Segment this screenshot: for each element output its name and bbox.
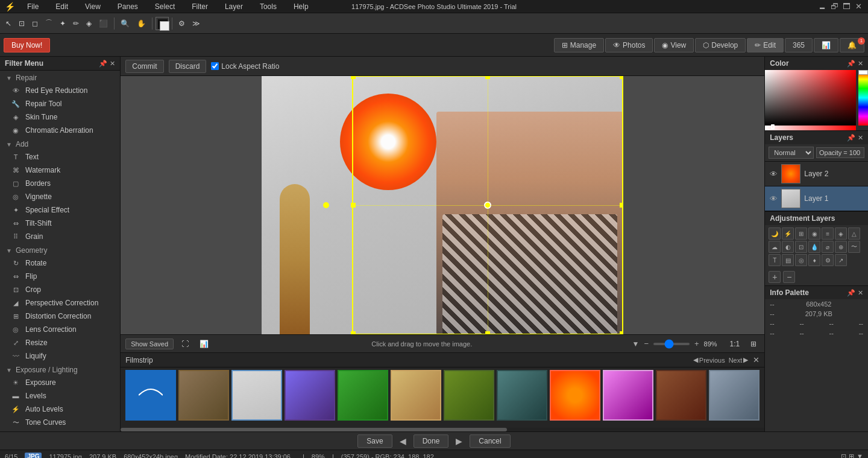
adj-icon-6[interactable]: ◈ <box>835 227 847 240</box>
menu-view[interactable]: View <box>80 1 105 12</box>
filter-skin-tune[interactable]: ◈ Skin Tune <box>0 110 120 124</box>
filter-flip[interactable]: ⇔ Flip <box>0 270 120 283</box>
panel-pin-icon[interactable]: 📌 <box>99 60 107 68</box>
toolbar-crop[interactable]: ⊡ <box>16 17 28 30</box>
lock-aspect-ratio-checkbox[interactable] <box>211 62 219 70</box>
thumb-5[interactable] <box>338 370 388 421</box>
section-geometry[interactable]: ▼ Geometry <box>0 243 120 256</box>
zoom-in-button[interactable]: + <box>694 339 699 348</box>
info-close-icon[interactable]: ✕ <box>858 289 863 297</box>
thumb-1[interactable] <box>125 370 176 421</box>
adj-icon-5[interactable]: ≡ <box>822 227 834 240</box>
prev-image-button[interactable]: ◀ <box>397 435 409 447</box>
menu-tools[interactable]: Tools <box>255 1 281 12</box>
status-icon-3[interactable]: ▼ <box>857 453 863 458</box>
color-gradient-area[interactable] <box>765 70 868 130</box>
adj-icon-4[interactable]: ◉ <box>808 227 820 240</box>
filter-distortion[interactable]: ⊞ Distortion Correction <box>0 310 120 323</box>
filter-crop[interactable]: ⊡ Crop <box>0 283 120 296</box>
toolbar-zoom[interactable]: 🔍 <box>118 17 133 30</box>
adj-icon-16[interactable]: ▤ <box>782 254 794 266</box>
restore-icon[interactable]: 🗗 <box>829 2 839 11</box>
adj-icon-19[interactable]: ⚙ <box>822 254 834 266</box>
filter-tilt-shift[interactable]: ⇔ Tilt-Shift <box>0 217 120 230</box>
fullscreen-button[interactable]: ⛶ <box>178 338 192 350</box>
filter-vignette[interactable]: ◎ Vignette <box>0 190 120 203</box>
histogram-button[interactable]: 📊 <box>197 338 212 350</box>
thumb-12[interactable] <box>709 370 760 421</box>
previous-button[interactable]: ◀ Previous <box>693 356 725 364</box>
stats-button[interactable]: 📊 <box>814 38 838 52</box>
adj-icon-14[interactable]: 〜 <box>848 241 860 253</box>
adj-icon-20[interactable]: ↗ <box>835 254 847 266</box>
toolbar-settings[interactable]: ⚙ <box>175 17 188 30</box>
layer-mode-select[interactable]: Normal <box>769 147 814 159</box>
toolbar-lasso[interactable]: ⌒ <box>42 16 55 30</box>
info-pin-icon[interactable]: 📌 <box>847 289 855 297</box>
crop-handle-ml[interactable] <box>351 203 356 208</box>
adj-icon-18[interactable]: ♦ <box>808 254 820 266</box>
section-add[interactable]: ▼ Add <box>0 137 120 150</box>
filter-lens-correction[interactable]: ◎ Lens Correction <box>0 323 120 336</box>
filter-repair-tool[interactable]: 🔧 Repair Tool <box>0 97 120 110</box>
adj-icon-7[interactable]: △ <box>848 227 860 240</box>
365-button[interactable]: 365 <box>785 38 813 52</box>
menu-layer[interactable]: Layer <box>220 1 248 12</box>
next-image-button[interactable]: ▶ <box>453 435 465 447</box>
thumb-2[interactable] <box>178 370 229 421</box>
toolbar-magic[interactable]: ✦ <box>57 17 69 30</box>
filmstrip-close-icon[interactable]: ✕ <box>753 355 760 364</box>
develop-button[interactable]: ⬡ Develop <box>695 38 746 52</box>
adj-icon-15[interactable]: T <box>769 254 781 266</box>
adj-icon-3[interactable]: ⊞ <box>795 227 807 240</box>
toolbar-fill[interactable]: ⬛ <box>96 17 111 30</box>
status-icon-1[interactable]: ⊡ <box>841 453 846 458</box>
filter-tone-curves[interactable]: 〜 Tone Curves <box>0 416 120 429</box>
section-exposure[interactable]: ▼ Exposure / Lighting <box>0 363 120 376</box>
menu-filter[interactable]: Filter <box>187 1 213 12</box>
adj-icon-13[interactable]: ⊕ <box>835 241 847 253</box>
menu-file[interactable]: File <box>22 1 43 12</box>
lock-aspect-ratio-label[interactable]: Lock Aspect Ratio <box>211 62 279 71</box>
layer-2-visibility-icon[interactable]: 👁 <box>770 170 778 179</box>
hue-cursor-bar[interactable] <box>858 70 868 75</box>
filmstrip-scrollbar[interactable] <box>121 428 764 431</box>
filter-auto-levels[interactable]: ⚡ Auto Levels <box>0 402 120 416</box>
filter-levels[interactable]: ▬ Levels <box>0 389 120 402</box>
toolbar-select[interactable]: ◻ <box>29 17 41 30</box>
adj-icon-11[interactable]: 💧 <box>808 241 820 253</box>
edit-button[interactable]: ✏ Edit <box>747 38 784 52</box>
layer-opacity-input[interactable]: Opacity = 100 <box>816 147 864 158</box>
zoom-reset-button[interactable]: ⊞ <box>747 338 760 350</box>
crop-handle-tm[interactable] <box>485 76 490 79</box>
color-strip-cursor[interactable] <box>771 124 775 129</box>
toolbar-eraser[interactable]: ◈ <box>83 17 95 30</box>
manage-button[interactable]: ⊞ Manage <box>554 38 604 52</box>
commit-button[interactable]: Commit <box>125 60 163 73</box>
canvas-dropdown-icon[interactable]: ▼ <box>632 340 640 348</box>
layers-pin-icon[interactable]: 📌 <box>847 134 855 142</box>
layer-2-item[interactable]: 👁 Layer 2 <box>765 162 868 186</box>
thumb-8[interactable] <box>497 370 547 421</box>
crop-handle-tl[interactable] <box>351 76 356 79</box>
adj-icon-2[interactable]: ⚡ <box>782 227 794 240</box>
panel-close-icon[interactable]: ✕ <box>110 60 115 68</box>
crop-handle-bl[interactable] <box>351 331 356 334</box>
notifications-button[interactable]: 🔔1 <box>840 38 864 52</box>
adj-add-button[interactable]: + <box>769 271 781 283</box>
status-icon-2[interactable]: ⊞ <box>849 453 854 458</box>
section-repair[interactable]: ▼ Repair <box>0 71 120 84</box>
filter-exposure[interactable]: ☀ Exposure <box>0 376 120 389</box>
color-pin-icon[interactable]: 📌 <box>847 60 855 68</box>
canvas-area[interactable] <box>121 76 764 334</box>
cancel-button[interactable]: Cancel <box>470 434 510 448</box>
filter-watermark[interactable]: ⌘ Watermark <box>0 164 120 177</box>
toolbar-arrow[interactable]: ↖ <box>2 17 14 30</box>
thumb-9[interactable] <box>550 370 600 421</box>
adj-icon-12[interactable]: ⌀ <box>822 241 834 253</box>
photos-button[interactable]: 👁 Photos <box>605 38 653 52</box>
filter-chromatic-aberration[interactable]: ◉ Chromatic Aberration <box>0 124 120 137</box>
menu-help[interactable]: Help <box>289 1 313 12</box>
zoom-slider[interactable] <box>653 343 690 345</box>
layers-close-icon[interactable]: ✕ <box>858 134 863 142</box>
